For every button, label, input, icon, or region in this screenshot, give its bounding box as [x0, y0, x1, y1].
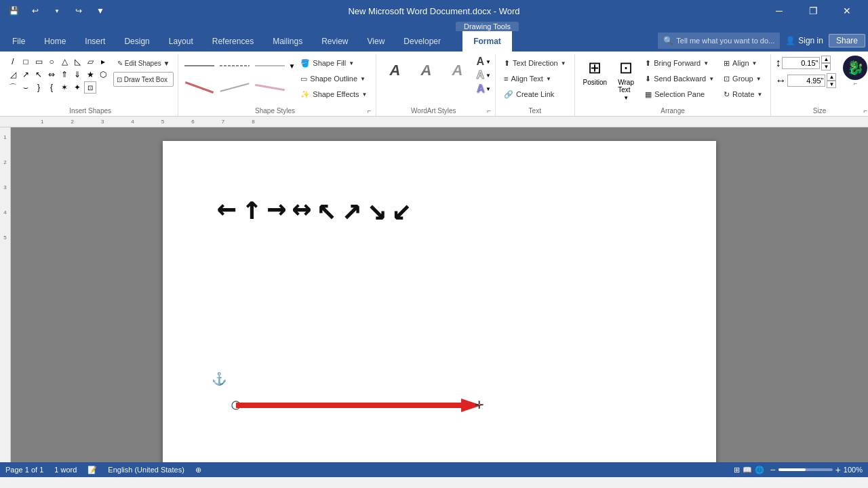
- line-style-1[interactable]: [182, 56, 216, 76]
- create-link-btn[interactable]: 🔗 Create Link: [500, 87, 570, 102]
- text-direction-btn[interactable]: ⬆ Text Direction ▼: [500, 56, 570, 70]
- line-style-6[interactable]: [253, 77, 287, 98]
- wordart-style-3[interactable]: A: [443, 56, 473, 85]
- zoom-out-btn[interactable]: −: [770, 464, 775, 475]
- wordart-expand[interactable]: ⌐: [487, 107, 491, 115]
- shape-oval[interactable]: ○: [45, 56, 58, 68]
- shape-hexagon[interactable]: ⬡: [97, 68, 109, 81]
- save-button[interactable]: 💾: [5, 3, 22, 19]
- undo-dropdown[interactable]: ▼: [49, 3, 65, 19]
- close-button[interactable]: ✕: [831, 0, 863, 22]
- shape-misc2[interactable]: ⌣: [20, 81, 32, 94]
- line-style-5[interactable]: [218, 77, 252, 98]
- insert-shapes-label: Insert Shapes: [7, 105, 174, 116]
- shape-fill-btn[interactable]: 🪣 Shape Fill ▼: [296, 56, 371, 70]
- shape-misc3[interactable]: }: [33, 81, 45, 94]
- zoom-slider[interactable]: [778, 468, 833, 471]
- tab-developer[interactable]: Developer: [394, 31, 450, 52]
- minimize-button[interactable]: ─: [764, 0, 795, 22]
- title-bar-left: 💾 ↩ ▼ ↪ ▼: [5, 3, 108, 19]
- shape-arrow3[interactable]: ↖: [33, 68, 45, 81]
- print-layout-btn[interactable]: ⊞: [734, 466, 740, 474]
- shape-rect[interactable]: □: [20, 56, 32, 68]
- shape-misc1[interactable]: ⌒: [7, 81, 19, 94]
- shape-outline-btn[interactable]: ▭ Shape Outline ▼: [296, 71, 371, 86]
- arrow-shape-container[interactable]: ✛: [231, 385, 502, 426]
- shape-styles-label: Shape Styles: [182, 105, 367, 116]
- shape-dn-arrow[interactable]: ⇓: [71, 68, 83, 81]
- track-changes-icon[interactable]: ⊕: [195, 466, 201, 474]
- size-expand[interactable]: ⌐: [843, 80, 867, 87]
- read-mode-btn[interactable]: 📖: [743, 466, 752, 474]
- tab-layout[interactable]: Layout: [159, 31, 203, 52]
- tab-file[interactable]: File: [3, 31, 35, 52]
- share-button[interactable]: Share: [829, 34, 865, 47]
- width-down[interactable]: ▼: [827, 81, 836, 88]
- align-btn[interactable]: ⊞ Align ▼: [719, 56, 766, 70]
- line-style-4[interactable]: [182, 77, 216, 98]
- tab-references[interactable]: References: [203, 31, 263, 52]
- size-group: ↕ ▲ ▼ ↔ ▲ ▼ 🐉: [771, 54, 868, 116]
- height-down[interactable]: ▼: [821, 63, 831, 70]
- tab-view[interactable]: View: [358, 31, 395, 52]
- shape-effects-btn[interactable]: ✨ Shape Effects ▼: [296, 87, 371, 102]
- height-input[interactable]: [782, 57, 820, 69]
- shape-triangle[interactable]: △: [58, 56, 71, 68]
- shape-misc5[interactable]: ✶: [58, 81, 71, 94]
- text-outline-btn[interactable]: A ▼: [477, 69, 491, 81]
- spell-check-icon[interactable]: 📝: [87, 466, 97, 474]
- rotate-btn[interactable]: ↻ Rotate ▼: [719, 87, 766, 102]
- document-container[interactable]: ←↑→↔↖↗↘↙ ⚓ ✛: [11, 127, 868, 462]
- text-effects-btn[interactable]: A ▼: [477, 83, 491, 95]
- position-btn[interactable]: ⊞ Position: [579, 56, 612, 89]
- tab-mailings[interactable]: Mailings: [263, 31, 312, 52]
- tab-design[interactable]: Design: [115, 31, 159, 52]
- bring-forward-btn[interactable]: ⬆ Bring Forward ▼: [641, 56, 718, 70]
- group-btn[interactable]: ⊡ Group ▼: [719, 71, 766, 86]
- selection-pane-btn[interactable]: ▦ Selection Pane: [641, 87, 718, 102]
- send-backward-btn[interactable]: ⬇ Send Backward ▼: [641, 71, 718, 86]
- shape-roundrect[interactable]: ▭: [33, 56, 45, 68]
- shape-dbl-arrow[interactable]: ⇔: [45, 68, 58, 81]
- line-style-2[interactable]: [218, 56, 252, 76]
- web-layout-btn[interactable]: 🌐: [755, 466, 764, 474]
- height-icon: ↕: [775, 57, 781, 69]
- line-style-3[interactable]: [253, 56, 287, 76]
- redo-button[interactable]: ↪: [71, 3, 87, 19]
- shape-up-arrow[interactable]: ⇑: [58, 68, 71, 81]
- shape-arrow-scroll[interactable]: ▸: [97, 56, 109, 68]
- shape-misc4[interactable]: {: [45, 81, 58, 94]
- wordart-style-2[interactable]: A: [412, 56, 441, 85]
- shape-rtriangle[interactable]: ◺: [71, 56, 83, 68]
- cursor-crosshair: ✛: [475, 399, 484, 411]
- tab-home[interactable]: Home: [35, 31, 75, 52]
- shape-styles-expand[interactable]: ⌐: [368, 107, 372, 115]
- shape-star[interactable]: ★: [84, 68, 96, 81]
- zoom-in-btn[interactable]: +: [835, 464, 841, 475]
- restore-button[interactable]: ❐: [797, 0, 829, 22]
- wordart-style-1[interactable]: A: [380, 56, 410, 85]
- text-fill-btn[interactable]: A ▼: [477, 56, 491, 68]
- shape-textbox[interactable]: ⊡: [84, 81, 96, 94]
- shape-arrow2[interactable]: ↗: [20, 68, 32, 81]
- draw-textbox-btn[interactable]: ⊡ Draw Text Box: [113, 72, 174, 87]
- undo-button[interactable]: ↩: [27, 3, 43, 19]
- width-input[interactable]: [787, 75, 825, 87]
- customize-qat[interactable]: ▼: [92, 3, 108, 19]
- shape-tri2[interactable]: ◿: [7, 68, 19, 81]
- wrap-text-btn[interactable]: ⊡ WrapText ▼: [612, 56, 639, 104]
- width-up[interactable]: ▲: [827, 73, 836, 81]
- tab-insert[interactable]: Insert: [75, 31, 115, 52]
- help-search-box[interactable]: 🔍 Tell me what you want to do...: [658, 33, 780, 49]
- shape-line[interactable]: /: [7, 56, 19, 68]
- height-up[interactable]: ▲: [821, 56, 831, 63]
- align-text-btn[interactable]: ≡ Align Text ▼: [500, 71, 570, 86]
- shape-para[interactable]: ▱: [84, 56, 96, 68]
- tab-review[interactable]: Review: [312, 31, 357, 52]
- tab-format[interactable]: Format: [462, 31, 512, 52]
- shape-styles-more[interactable]: ▼: [288, 62, 295, 70]
- size-expand-btn[interactable]: ⌐: [864, 107, 868, 115]
- edit-shapes-btn[interactable]: ✎ Edit Shapes ▼: [113, 56, 174, 70]
- shape-misc6[interactable]: ✦: [71, 81, 83, 94]
- sign-in-button[interactable]: 👤Sign in: [785, 36, 823, 45]
